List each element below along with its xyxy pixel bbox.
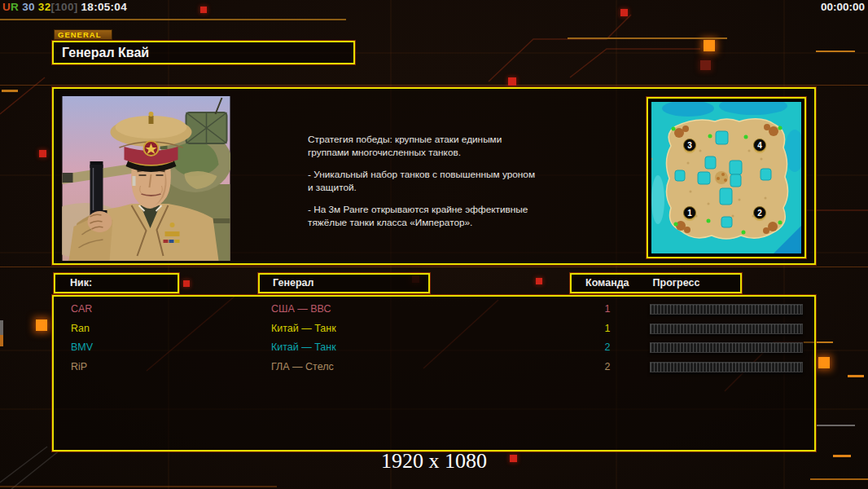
player-nick: RiP xyxy=(71,361,87,372)
players-table: CAR США — ВВС 1 Ran Китай — Танк 1 BMV К… xyxy=(52,295,816,452)
deco-square xyxy=(508,77,516,86)
deco-square xyxy=(200,7,207,13)
deco-dash xyxy=(2,90,18,92)
player-team: 1 xyxy=(598,323,617,334)
player-nick: CAR xyxy=(71,303,92,315)
description-paragraph: Стратегия победы: крупные атаки едиными … xyxy=(308,133,593,159)
stat-segment: U xyxy=(2,1,11,13)
deco-square xyxy=(183,280,190,287)
start-position-4[interactable]: 4 xyxy=(753,139,766,152)
player-progress-bar xyxy=(650,362,803,372)
start-position-3[interactable]: 3 xyxy=(683,139,696,152)
deco-square xyxy=(818,357,830,368)
player-progress-bar xyxy=(650,304,803,315)
deco-dash xyxy=(817,425,855,426)
general-title-box: Генерал Квай xyxy=(52,41,355,64)
deco-dash xyxy=(0,335,3,346)
stat-segment: [100] xyxy=(50,1,77,13)
player-row: RiP ГЛА — Стелс 2 xyxy=(54,358,814,377)
player-general: ГЛА — Стелс xyxy=(271,361,334,372)
header-nick-label: Ник: xyxy=(70,277,92,289)
deco-square xyxy=(700,60,711,70)
player-row: CAR США — ВВС 1 xyxy=(54,300,814,319)
deco-line xyxy=(568,37,727,39)
deco-square xyxy=(510,455,517,462)
header-progress-label: Прогресс xyxy=(653,277,700,289)
player-progress-bar xyxy=(650,324,803,334)
description-paragraph: - Уникальный набор танков с повышенным у… xyxy=(308,168,593,194)
general-name: Генерал Квай xyxy=(62,46,149,59)
general-portrait xyxy=(62,96,230,261)
player-nick: Ran xyxy=(71,323,90,334)
player-general: Китай — Танк xyxy=(271,341,336,353)
resolution-label: 1920 x 1080 xyxy=(381,449,487,474)
deco-dash xyxy=(833,455,851,457)
player-general: США — ВВС xyxy=(271,303,331,315)
deco-square xyxy=(620,9,628,16)
deco-line xyxy=(0,19,346,20)
player-general: Китай — Танк xyxy=(271,323,336,334)
start-position-2[interactable]: 2 xyxy=(753,206,766,219)
header-team-label: Команда xyxy=(585,277,629,289)
deco-dash xyxy=(816,51,855,52)
game-info-screen: UR 30 32[100] 18:05:04 00:00:00 GENERAL … xyxy=(0,0,868,489)
minimap[interactable]: 3 4 1 2 xyxy=(647,97,806,258)
start-position-1[interactable]: 1 xyxy=(683,206,696,219)
minimap-image xyxy=(651,102,801,253)
stat-segment: 32 xyxy=(35,1,51,13)
clock-text: 18:05:04 xyxy=(77,1,127,13)
player-nick: BMV xyxy=(71,341,93,353)
player-progress-bar xyxy=(650,342,803,353)
deco-square xyxy=(536,278,542,284)
general-description: Стратегия победы: крупные атаки едиными … xyxy=(308,133,593,238)
deco-dash xyxy=(848,375,864,377)
player-row: BMV Китай — Танк 2 xyxy=(54,338,814,358)
player-team: 1 xyxy=(598,303,617,315)
player-row: Ran Китай — Танк 1 xyxy=(54,319,814,339)
header-nick: Ник: xyxy=(54,273,179,293)
tab-general[interactable]: GENERAL xyxy=(54,29,112,40)
deco-square xyxy=(36,319,47,331)
deco-square xyxy=(39,150,46,157)
general-portrait-image xyxy=(62,96,230,261)
description-paragraph: - На 3м Ранге открываются крайне эффекти… xyxy=(308,203,593,229)
network-stats-overlay: UR 30 32[100] 18:05:04 xyxy=(2,1,127,13)
header-general: Генерал xyxy=(258,273,430,293)
deco-square xyxy=(704,40,715,51)
header-team-progress: Команда Прогресс xyxy=(570,273,742,293)
player-team: 2 xyxy=(598,341,617,353)
stat-segment: 30 xyxy=(19,1,35,13)
player-team: 2 xyxy=(598,361,617,372)
game-timer: 00:00:00 xyxy=(821,1,865,13)
header-general-label: Генерал xyxy=(273,277,313,289)
deco-dash xyxy=(0,320,3,335)
stat-segment: R xyxy=(11,1,19,13)
